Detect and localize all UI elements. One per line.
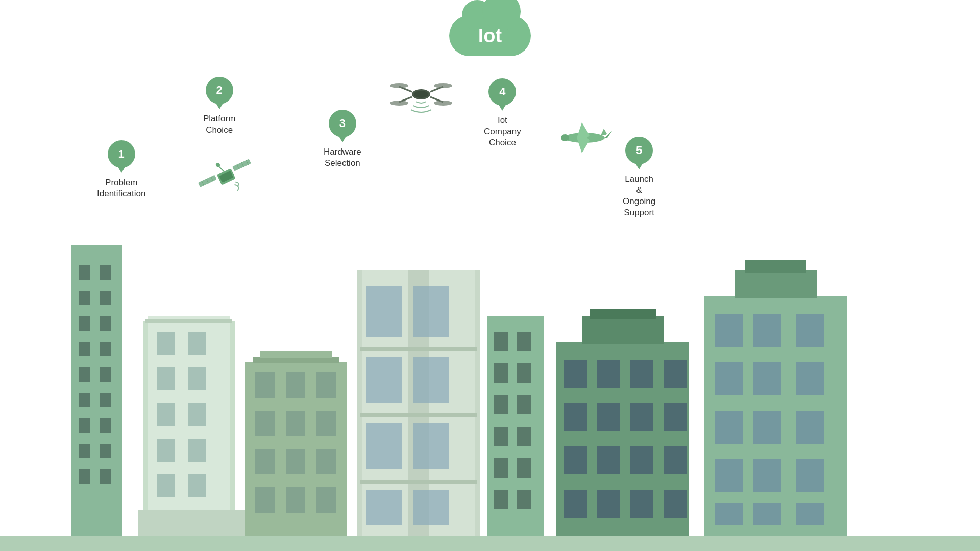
svg-rect-134 (753, 411, 781, 444)
svg-rect-110 (630, 360, 653, 388)
pin-4-circle: 4 (488, 78, 516, 106)
svg-rect-116 (564, 446, 587, 474)
svg-rect-51 (157, 332, 175, 355)
step-2-label: PlatformChoice (203, 113, 235, 136)
svg-marker-27 (601, 129, 607, 135)
step-4-label: IotCompanyChoice (484, 115, 521, 148)
svg-rect-114 (630, 403, 653, 431)
svg-rect-118 (630, 446, 653, 474)
svg-rect-45 (100, 444, 111, 458)
svg-rect-101 (494, 458, 508, 478)
svg-rect-112 (564, 403, 587, 431)
step-5: 5 Launch&OngoingSupport (623, 137, 655, 218)
step-5-label: Launch&OngoingSupport (623, 173, 655, 218)
svg-rect-82 (360, 480, 477, 484)
svg-rect-40 (79, 393, 90, 407)
svg-rect-32 (79, 291, 90, 305)
svg-point-20 (390, 101, 408, 106)
svg-rect-54 (188, 367, 206, 390)
step-1: 1 ProblemIdentification (97, 140, 145, 199)
pin-4-number: 4 (499, 85, 505, 98)
svg-rect-81 (360, 413, 477, 417)
step-3: 3 HardwareSelection (324, 110, 361, 169)
svg-point-19 (434, 83, 452, 88)
svg-point-23 (561, 134, 569, 141)
svg-rect-87 (366, 423, 402, 469)
svg-rect-44 (79, 444, 90, 458)
svg-rect-93 (494, 332, 508, 351)
svg-rect-30 (79, 265, 90, 280)
pin-2-shape: 2 (206, 77, 233, 109)
pin-3-number: 3 (339, 117, 346, 130)
svg-rect-55 (157, 403, 175, 426)
svg-marker-25 (577, 122, 590, 138)
svg-rect-73 (316, 449, 336, 474)
svg-rect-57 (157, 439, 175, 462)
svg-rect-64 (260, 351, 332, 358)
svg-rect-88 (413, 423, 449, 469)
svg-rect-50 (145, 319, 232, 323)
svg-rect-76 (316, 487, 336, 513)
svg-rect-85 (366, 357, 402, 403)
svg-rect-72 (286, 449, 305, 474)
svg-rect-69 (286, 411, 305, 436)
pin-1-shape: 1 (108, 140, 135, 173)
svg-rect-80 (360, 347, 477, 351)
svg-rect-83 (366, 286, 402, 337)
svg-rect-108 (564, 360, 587, 388)
svg-rect-39 (100, 367, 111, 382)
svg-rect-35 (100, 316, 111, 331)
svg-rect-70 (316, 411, 336, 436)
svg-rect-127 (715, 314, 743, 347)
svg-rect-121 (597, 490, 620, 518)
svg-rect-59 (157, 474, 175, 497)
svg-rect-102 (517, 458, 531, 478)
svg-rect-125 (735, 270, 817, 298)
pin-2-circle: 2 (206, 77, 233, 104)
svg-point-21 (434, 101, 452, 106)
drone-icon (388, 74, 454, 125)
svg-rect-84 (413, 286, 449, 337)
pin-5-shape: 5 (625, 137, 653, 169)
pin-1-circle: 1 (108, 140, 135, 168)
svg-rect-103 (494, 490, 508, 509)
svg-rect-126 (745, 260, 806, 273)
svg-rect-129 (796, 314, 824, 347)
svg-rect-132 (796, 362, 824, 395)
svg-rect-65 (255, 372, 275, 398)
svg-rect-66 (286, 372, 305, 398)
svg-rect-60 (188, 474, 206, 497)
svg-rect-36 (79, 342, 90, 356)
svg-rect-86 (413, 357, 449, 403)
svg-rect-115 (664, 403, 687, 431)
airplane-icon (554, 112, 615, 163)
step-4: 4 IotCompanyChoice (484, 78, 521, 148)
pin-3-shape: 3 (329, 110, 356, 142)
svg-rect-75 (286, 487, 305, 513)
step-1-label: ProblemIdentification (97, 177, 145, 199)
city-buildings (0, 219, 980, 551)
step-2: 2 PlatformChoice (203, 77, 235, 136)
svg-rect-68 (255, 411, 275, 436)
svg-rect-113 (597, 403, 620, 431)
svg-rect-38 (79, 367, 90, 382)
svg-rect-106 (582, 316, 664, 344)
svg-rect-52 (188, 332, 206, 355)
svg-rect-135 (796, 411, 824, 444)
svg-rect-6 (232, 159, 251, 171)
svg-rect-71 (255, 449, 275, 474)
svg-rect-111 (664, 360, 687, 388)
svg-rect-33 (100, 291, 111, 305)
pin-5-number: 5 (636, 144, 642, 157)
svg-rect-140 (753, 503, 781, 525)
svg-point-18 (390, 83, 408, 88)
svg-rect-31 (100, 265, 111, 280)
svg-rect-96 (517, 363, 531, 383)
pin-5-circle: 5 (625, 137, 653, 164)
svg-rect-100 (517, 427, 531, 446)
svg-rect-97 (494, 395, 508, 414)
svg-rect-74 (255, 487, 275, 513)
svg-rect-128 (753, 314, 781, 347)
svg-rect-120 (564, 490, 587, 518)
pin-4-shape: 4 (488, 78, 516, 111)
